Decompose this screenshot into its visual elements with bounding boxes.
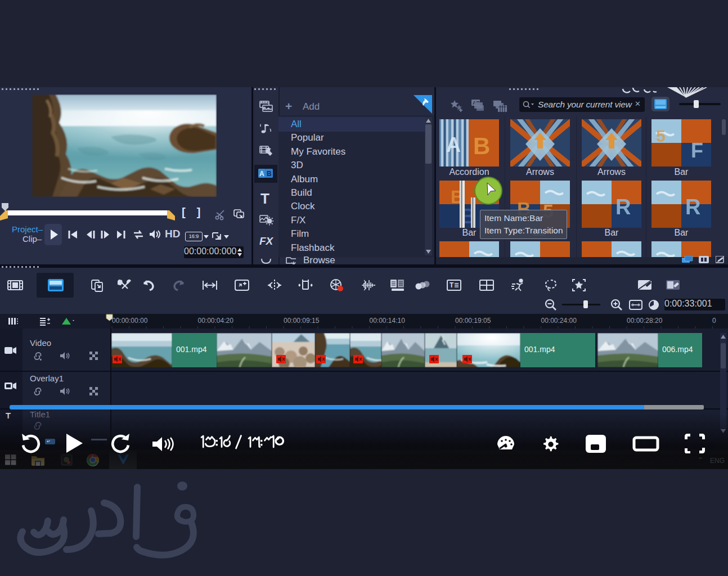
svg-text:R: R (685, 195, 700, 219)
svg-text:T: T (450, 281, 454, 289)
svg-text:B: B (267, 170, 272, 178)
svg-text:R: R (615, 195, 631, 219)
svg-text:5: 5 (656, 127, 666, 145)
svg-text:B: B (473, 133, 490, 159)
svg-text:A: A (446, 133, 461, 156)
svg-text:F: F (691, 139, 703, 162)
svg-text:A: A (259, 170, 264, 178)
